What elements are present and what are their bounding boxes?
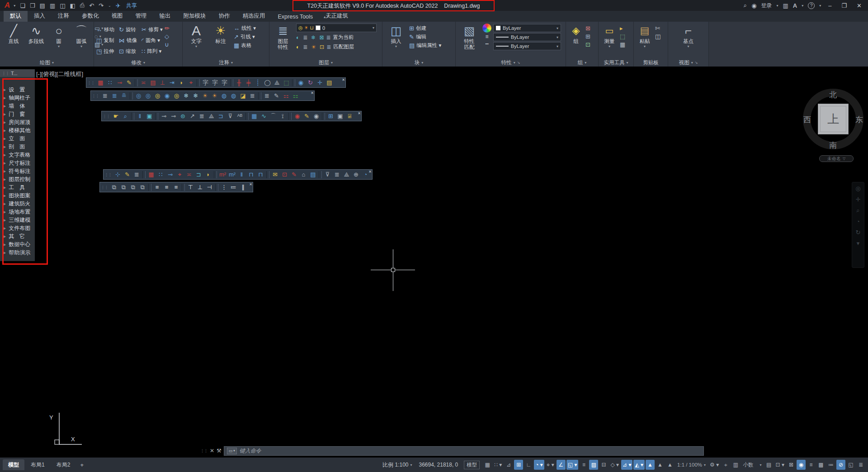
utility-mini-button[interactable]: ▸ — [620, 25, 625, 32]
modify-mini-button[interactable]: ◇ — [165, 33, 170, 40]
viewport-controls[interactable]: [-][俯视][二维线框] — [36, 70, 83, 78]
toolbar-icon[interactable]: ❄ — [181, 91, 191, 100]
toolbar-icon[interactable]: ⇥ — [167, 78, 177, 87]
viewcube-north[interactable]: 北 — [829, 90, 837, 100]
annotation-scale-icon[interactable]: ▲ — [656, 460, 665, 470]
lineweight-list-icon[interactable]: ≡ — [485, 33, 488, 40]
toolbar-icon[interactable]: m² — [218, 170, 227, 179]
layout-tab[interactable]: 布局1 — [25, 459, 50, 470]
panel-label-view[interactable]: 视图▾↘ — [668, 58, 708, 67]
toolbar-icon[interactable]: ⊞ — [326, 111, 335, 121]
paste-button[interactable]: ▤ 粘贴▾ — [636, 23, 653, 48]
signin-caret-icon[interactable]: ▾ — [776, 4, 778, 8]
toolbar-icon[interactable]: ⟁ — [272, 78, 282, 87]
hatch-preview-icon[interactable]: ▩ — [816, 460, 826, 470]
toolbar-icon[interactable]: ⌂ — [299, 170, 308, 179]
toolbar-icon[interactable]: ⊐ — [194, 170, 203, 179]
toolbar-icon[interactable]: ◍ — [229, 91, 238, 100]
annotation-scale-selector[interactable]: 1:1 / 100%▾ — [676, 460, 707, 470]
block-tool-button[interactable]: ✎编辑 — [409, 33, 441, 40]
close-button[interactable]: ✕ — [854, 2, 864, 9]
toolbar-icon[interactable]: ⚏ — [291, 91, 300, 100]
modify-tool-button[interactable]: ↻旋转 — [119, 24, 137, 35]
publish-icon[interactable]: ◧ — [68, 2, 77, 9]
toolbar-icon[interactable]: ↻ — [306, 78, 315, 87]
toolbar-icon[interactable]: ⧉ — [138, 182, 147, 192]
lineweight-toggle[interactable]: ≡ — [579, 460, 588, 470]
quick-access-caret-icon[interactable]: ⌄ — [108, 4, 111, 8]
toolbar-icon[interactable]: ≡ — [162, 182, 171, 192]
draw-tool-button[interactable]: ∿ 多段线 — [25, 23, 47, 48]
toolbar-icon[interactable] — [135, 79, 138, 86]
open-folder-icon[interactable]: ❒ — [28, 2, 37, 9]
command-input[interactable]: ▭ ▾ 键入命令 — [224, 446, 704, 456]
nav-tool-icon[interactable]: ↻ — [856, 229, 861, 236]
toolbar-icon[interactable]: ⊽ — [323, 170, 332, 179]
toolbar-close-icon[interactable]: ✕ — [358, 111, 361, 115]
object-color-dropdown[interactable]: ByLayer ▾ — [493, 24, 561, 32]
palette-titlebar[interactable]: ⋮⋮ T... — [0, 69, 35, 77]
model-space-button[interactable]: 模型 — [464, 461, 480, 469]
palette-menu-item[interactable]: ▶ 立 面 — [0, 134, 35, 143]
nav-tool-icon[interactable]: ◎ — [855, 185, 860, 192]
toolbar-icon[interactable] — [322, 113, 325, 120]
toolbar-icon[interactable]: ⬚ — [282, 78, 291, 87]
ribbon-tab[interactable]: 注释 — [52, 10, 75, 22]
toolbar-icon[interactable]: ✎ — [272, 91, 281, 100]
new-layout-button[interactable]: + — [76, 462, 87, 468]
toolbar-icon[interactable]: ◎ — [143, 91, 153, 100]
toolbar-icon[interactable]: ⊕ — [351, 170, 361, 179]
toolbar-icon[interactable] — [215, 184, 218, 191]
toolbar-icon[interactable]: ⧉ — [119, 182, 128, 192]
layer-tool-icon[interactable]: ⊠ — [319, 34, 324, 41]
match-properties-button[interactable]: ▧ 特性 匹配 — [458, 23, 481, 50]
toolbar-icon[interactable]: ▦ — [96, 78, 105, 87]
toolbar-icon[interactable]: 字 — [201, 78, 210, 87]
toolbar-icon[interactable] — [230, 79, 233, 86]
modify-tool-button[interactable]: ↔移动 — [96, 24, 114, 35]
command-close-icon[interactable]: ✕ — [210, 448, 214, 454]
toolbar-icon[interactable]: ⌖ — [175, 170, 184, 179]
graphics-performance-button[interactable]: ⊘ — [836, 460, 845, 470]
ribbon-collapse-button[interactable]: ▴ ▾ — [321, 13, 332, 21]
panel-label-utilities[interactable]: 实用工具▾ — [599, 58, 633, 67]
viewcube-named-view-pill[interactable]: 未命名 ▽ — [819, 155, 854, 162]
toolbar-icon[interactable]: ≣ — [132, 170, 142, 179]
toolbar-icon[interactable]: ∷ — [156, 170, 165, 179]
toolbar-icon[interactable]: ≍ — [184, 170, 194, 179]
toolbar-icon[interactable]: ≣ — [248, 91, 257, 100]
restore-button[interactable]: ❐ — [839, 2, 849, 9]
color-wheel-icon[interactable] — [482, 24, 491, 33]
transparency-toggle[interactable]: ▨ — [589, 460, 598, 470]
layer-tool-icon[interactable]: ☀ — [311, 44, 316, 50]
toolbar-icon[interactable]: ≣ — [110, 91, 119, 100]
draw-tool-button[interactable]: ⌒ 圆弧 ▾ — [70, 23, 93, 48]
tray-settings-button[interactable]: ⊡ ▾ — [774, 460, 786, 470]
toolbar-close-icon[interactable]: ✕ — [249, 182, 252, 186]
toolbar-icon[interactable]: ▣ — [335, 111, 345, 121]
modify-mini-button[interactable]: ✏ — [165, 25, 170, 32]
toolbar-icon[interactable]: ◎ — [153, 91, 162, 100]
panel-label-clipboard[interactable]: 剪贴板 — [634, 58, 668, 67]
toolbar-grip-icon[interactable]: ⋮⋮ — [103, 114, 110, 119]
dimension-button[interactable]: ☀ 标注 — [209, 23, 232, 44]
set-current-layer-button[interactable]: 置为当前 — [333, 34, 354, 41]
toolbar-icon[interactable]: ✛ — [315, 78, 325, 87]
palette-menu-item[interactable]: ▶ 数据中心 — [0, 240, 35, 248]
osnap-3d-toggle[interactable]: ◇ ▾ — [609, 460, 620, 470]
palette-menu-item[interactable]: ▶ 文件布图 — [0, 224, 35, 232]
toolbar-icon[interactable]: ⊡ — [280, 170, 289, 179]
toolbar-icon[interactable]: 字 — [220, 78, 229, 87]
palette-menu-item[interactable]: ▶ 房间屋顶 — [0, 118, 35, 126]
palette-menu-item[interactable]: ▶ 文字表格 — [0, 151, 35, 159]
ribbon-tab[interactable]: 管理 — [129, 10, 153, 22]
palette-menu-item[interactable]: ▶ 墙 体 — [0, 102, 35, 110]
annotation-autoscale-toggle[interactable]: ▲ — [646, 460, 655, 470]
toolbar-icon[interactable]: ⊸ — [165, 170, 175, 179]
print-icon[interactable]: ⎙ — [78, 2, 86, 9]
toolbar-icon[interactable]: ⊥ — [158, 78, 167, 87]
ribbon-tab[interactable]: Express Tools — [272, 12, 320, 22]
panel-label-layers[interactable]: 图层▾ — [269, 58, 382, 67]
toolbar-icon[interactable]: ⟟ — [278, 111, 288, 121]
palette-menu-item[interactable]: ▶ 剖 面 — [0, 143, 35, 151]
